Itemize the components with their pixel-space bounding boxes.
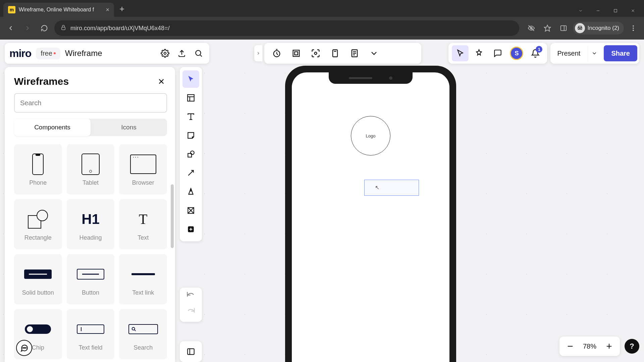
secondary-toolbar — [264, 43, 421, 64]
svg-point-29 — [191, 151, 194, 155]
svg-rect-45 — [294, 52, 298, 55]
present-dropdown[interactable] — [588, 45, 600, 61]
sidepanel-icon[interactable] — [557, 21, 570, 35]
back-button[interactable] — [4, 21, 17, 35]
component-browser[interactable]: Browser — [119, 144, 167, 194]
zoom-value[interactable]: 78% — [580, 343, 599, 350]
svg-point-55 — [25, 348, 26, 348]
address-bar: miro.com/app/board/uXjVMqU6x48=/ Incogni… — [0, 17, 644, 40]
tab-components[interactable]: Components — [14, 119, 91, 136]
close-panel-button[interactable] — [156, 76, 167, 87]
tab-icons[interactable]: Icons — [91, 119, 167, 136]
focus-tool[interactable] — [307, 45, 325, 61]
url-text: miro.com/app/board/uXjVMqU6x48=/ — [70, 25, 513, 32]
maximize-icon[interactable] — [608, 5, 623, 17]
svg-rect-47 — [333, 50, 337, 57]
notifications-button[interactable]: 1 — [527, 45, 544, 61]
document-tool[interactable] — [345, 45, 364, 61]
panel-scrollbar[interactable] — [171, 184, 174, 248]
incognito-indicator[interactable]: Incognito (2) — [573, 22, 624, 35]
reload-button[interactable] — [38, 21, 51, 35]
miro-logo[interactable]: miro — [9, 47, 31, 60]
cursor-icon: ↖ — [375, 184, 379, 191]
phone-screen: Logo ↖ — [292, 72, 449, 362]
url-field[interactable]: miro.com/app/board/uXjVMqU6x48=/ — [54, 20, 519, 36]
selection-rectangle[interactable] — [364, 180, 419, 196]
svg-point-13 — [633, 27, 634, 29]
pen-tool[interactable] — [182, 183, 199, 200]
component-heading[interactable]: H1Heading — [67, 199, 115, 249]
comments-button[interactable] — [489, 45, 506, 61]
component-rectangle[interactable]: Rectangle — [14, 199, 62, 249]
svg-point-12 — [633, 25, 634, 27]
svg-line-18 — [200, 55, 202, 57]
panel-tabs: Components Icons — [14, 119, 167, 136]
component-text-field[interactable]: Text field — [67, 309, 115, 359]
vertical-toolbar — [180, 67, 202, 241]
board-title[interactable]: Wireframe — [65, 49, 154, 58]
zoom-out-button[interactable]: − — [563, 339, 578, 354]
settings-icon[interactable] — [159, 47, 171, 59]
svg-point-46 — [315, 52, 317, 55]
search-input[interactable] — [20, 99, 161, 107]
export-icon[interactable] — [176, 47, 188, 59]
share-button[interactable]: Share — [604, 45, 637, 61]
user-avatar[interactable]: S — [508, 45, 525, 61]
expand-toolbar-button[interactable] — [254, 45, 262, 61]
help-button[interactable]: ? — [625, 339, 639, 354]
timer-tool[interactable] — [268, 45, 286, 61]
select-tool[interactable] — [182, 70, 199, 88]
component-search[interactable]: Search — [119, 309, 167, 359]
reactions-button[interactable] — [471, 45, 487, 61]
frame-tool[interactable] — [287, 45, 305, 61]
wireframe-tool[interactable] — [182, 202, 199, 219]
kebab-menu-icon[interactable] — [627, 21, 640, 35]
panel-search-input[interactable] — [14, 93, 167, 113]
search-icon[interactable] — [193, 47, 205, 59]
components-grid: Phone Tablet Browser Rectangle H1Heading… — [14, 144, 167, 359]
redo-button[interactable] — [184, 308, 198, 318]
component-phone[interactable]: Phone — [14, 144, 62, 194]
text-tool[interactable] — [182, 108, 199, 125]
app-area: miro free Wireframe Wireframes Component… — [0, 40, 644, 362]
svg-rect-1 — [614, 9, 617, 12]
new-tab-button[interactable]: + — [114, 4, 130, 17]
minimize-icon[interactable] — [590, 5, 606, 17]
eye-off-icon[interactable] — [525, 21, 538, 35]
forward-button[interactable] — [21, 21, 34, 35]
card-tool[interactable] — [326, 45, 344, 61]
component-solid-button[interactable]: Solid button — [14, 254, 62, 304]
zoom-in-button[interactable]: + — [602, 339, 616, 354]
present-button[interactable]: Present — [552, 45, 586, 61]
svg-rect-23 — [187, 95, 194, 101]
hide-toolbar-button[interactable] — [180, 341, 202, 362]
plan-badge[interactable]: free — [36, 48, 60, 59]
browser-tab[interactable]: m Wireframe, Online Whiteboard f × — [3, 3, 114, 17]
undo-redo-toolbar — [180, 288, 202, 322]
close-tab-icon[interactable]: × — [106, 6, 109, 13]
right-cluster: S 1 Present Share — [448, 43, 639, 64]
svg-rect-8 — [560, 26, 566, 31]
component-text[interactable]: TText — [119, 199, 167, 249]
star-icon[interactable] — [541, 21, 554, 35]
chevron-down-icon[interactable] — [573, 5, 588, 17]
more-tools-button[interactable] — [365, 45, 383, 61]
svg-line-22 — [134, 329, 136, 331]
templates-tool[interactable] — [182, 89, 199, 107]
undo-button[interactable] — [184, 292, 198, 302]
component-tablet[interactable]: Tablet — [67, 144, 115, 194]
canvas-phone-frame[interactable]: Logo ↖ — [285, 66, 456, 362]
tab-title: Wireframe, Online Whiteboard f — [19, 7, 102, 13]
sticky-note-tool[interactable] — [182, 127, 199, 144]
more-apps-tool[interactable] — [182, 221, 199, 238]
component-text-link[interactable]: Text link — [119, 254, 167, 304]
svg-point-15 — [164, 52, 166, 55]
logo-placeholder[interactable]: Logo — [351, 116, 390, 156]
component-button[interactable]: Button — [67, 254, 115, 304]
close-window-icon[interactable] — [625, 5, 641, 17]
chat-support-button[interactable] — [16, 340, 32, 356]
cursor-mode-button[interactable] — [452, 45, 469, 61]
shapes-tool[interactable] — [182, 145, 199, 163]
zoom-cluster: − 78% + ? — [559, 337, 639, 356]
connection-line-tool[interactable] — [182, 164, 199, 182]
